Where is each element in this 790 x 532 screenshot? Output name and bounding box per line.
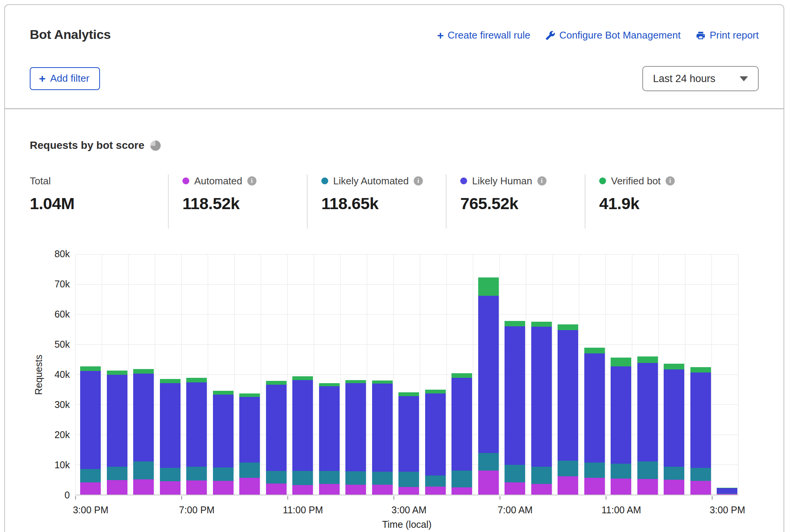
stat-likely-automated: Likely Automated i 118.65k — [307, 174, 446, 229]
segment-verified-bot — [292, 376, 313, 380]
segment-automated — [292, 485, 313, 495]
segment-automated — [611, 479, 631, 495]
segment-automated — [345, 485, 366, 495]
segment-likely-automated — [478, 453, 499, 471]
x-axis-label: 11:00 PM — [283, 505, 323, 516]
segment-automated — [558, 476, 578, 495]
segment-automated — [478, 471, 499, 495]
segment-likely-human — [372, 384, 393, 472]
bar-column-8:00-am[interactable] — [526, 254, 552, 495]
add-filter-button[interactable]: + Add filter — [30, 67, 100, 90]
bar-column-5:00-pm[interactable] — [128, 254, 155, 495]
print-report-link[interactable]: Print report — [696, 29, 759, 41]
segment-likely-human — [690, 372, 711, 468]
bar-column-6:00-am[interactable] — [473, 254, 499, 495]
section-title: Requests by bot score — [30, 139, 144, 152]
bar-column-4:00-pm[interactable] — [102, 254, 128, 495]
requests-by-bot-score-chart — [75, 254, 738, 495]
segment-likely-automated — [319, 471, 340, 484]
segment-automated — [584, 478, 605, 495]
bar-column-10:00-am[interactable] — [579, 254, 605, 495]
bar-column-2:00-pm[interactable] — [685, 254, 711, 495]
info-icon[interactable]: i — [247, 176, 256, 185]
stat-automated: Automated i 118.52k — [168, 174, 307, 229]
bar-column-8:00-pm[interactable] — [208, 254, 234, 495]
segment-likely-automated — [425, 476, 446, 486]
bar-column-5:00-am[interactable] — [447, 254, 473, 495]
stat-value: 1.04M — [30, 194, 168, 213]
segment-likely-automated — [398, 472, 419, 487]
plus-icon: + — [39, 73, 46, 84]
segment-likely-automated — [80, 469, 101, 483]
segment-likely-automated — [584, 463, 605, 478]
segment-likely-automated — [107, 467, 127, 480]
info-icon[interactable]: i — [666, 176, 675, 185]
bar-column-11:00-pm[interactable] — [287, 254, 314, 495]
stacked-bar — [505, 321, 525, 495]
segment-automated — [690, 481, 711, 495]
x-axis-label: 7:00 AM — [498, 505, 533, 516]
bar-column-1:00-am[interactable] — [340, 254, 367, 495]
segment-likely-human — [80, 371, 101, 469]
info-icon[interactable]: i — [414, 176, 423, 185]
verified-bot-dot-icon — [599, 177, 606, 184]
stacked-bar — [80, 366, 101, 495]
segment-likely-human — [505, 326, 525, 465]
segment-likely-human — [611, 366, 631, 463]
segment-automated — [133, 479, 154, 495]
bar-column-3:00-am[interactable] — [393, 254, 420, 495]
bar-column-9:00-pm[interactable] — [234, 254, 261, 495]
stat-likely-human: Likely Human i 765.52k — [446, 174, 585, 229]
bar-column-2:00-am[interactable] — [367, 254, 393, 495]
configure-bot-management-link[interactable]: Configure Bot Management — [545, 29, 680, 41]
bar-column-11:00-am[interactable] — [606, 254, 632, 495]
segment-likely-automated — [372, 472, 393, 485]
bar-column-12:00-am[interactable] — [314, 254, 340, 495]
segment-automated — [398, 487, 419, 495]
y-axis-label: 70k — [20, 279, 70, 290]
bar-column-3:00-pm[interactable] — [75, 254, 102, 495]
y-axis-label: 20k — [20, 429, 70, 440]
y-axis-label: 60k — [20, 309, 70, 320]
segment-verified-bot — [239, 393, 260, 397]
segment-verified-bot — [213, 391, 234, 395]
bar-column-12:00-pm[interactable] — [632, 254, 658, 495]
bar-column-7:00-am[interactable] — [500, 254, 526, 495]
segment-likely-automated — [345, 471, 366, 485]
segment-likely-human — [531, 327, 552, 467]
bar-column-4:00-am[interactable] — [420, 254, 446, 495]
bar-column-6:00-pm[interactable] — [155, 254, 181, 495]
stacked-bar — [584, 348, 605, 495]
bar-column-7:00-pm[interactable] — [181, 254, 208, 495]
segment-verified-bot — [80, 366, 101, 371]
bar-column-9:00-am[interactable] — [553, 254, 579, 495]
segment-likely-automated — [160, 468, 181, 482]
segment-verified-bot — [584, 348, 605, 353]
stat-label: Likely Automated — [333, 175, 409, 187]
segment-automated — [266, 484, 287, 495]
segment-likely-automated — [266, 471, 287, 483]
time-range-select[interactable]: Last 24 hours — [642, 66, 759, 91]
x-axis-label: 7:00 PM — [179, 505, 214, 516]
segment-likely-human — [133, 374, 154, 461]
bar-column-10:00-pm[interactable] — [261, 254, 287, 495]
info-icon[interactable]: i — [537, 176, 547, 185]
stats-row: Total 1.04M Automated i 118.52k Likely A… — [30, 174, 724, 229]
add-filter-label: Add filter — [50, 73, 90, 84]
section-title-row: Requests by bot score — [30, 139, 161, 152]
segment-likely-automated — [213, 468, 234, 481]
segment-likely-automated — [451, 471, 472, 487]
segment-likely-human — [584, 353, 605, 463]
bars-layer — [75, 254, 738, 495]
segment-verified-bot — [107, 371, 127, 375]
y-axis-label: 0 — [20, 490, 70, 501]
bar-column-3:00-pm[interactable] — [712, 254, 738, 495]
segment-automated — [319, 484, 340, 495]
stacked-bar — [558, 324, 578, 495]
segment-likely-human — [558, 330, 578, 461]
segment-likely-automated — [186, 467, 207, 480]
bar-column-1:00-pm[interactable] — [659, 254, 685, 495]
create-firewall-rule-link[interactable]: + Create firewall rule — [437, 29, 530, 41]
stat-verified-bot: Verified bot i 41.9k — [585, 174, 724, 229]
segment-verified-bot — [160, 379, 181, 383]
